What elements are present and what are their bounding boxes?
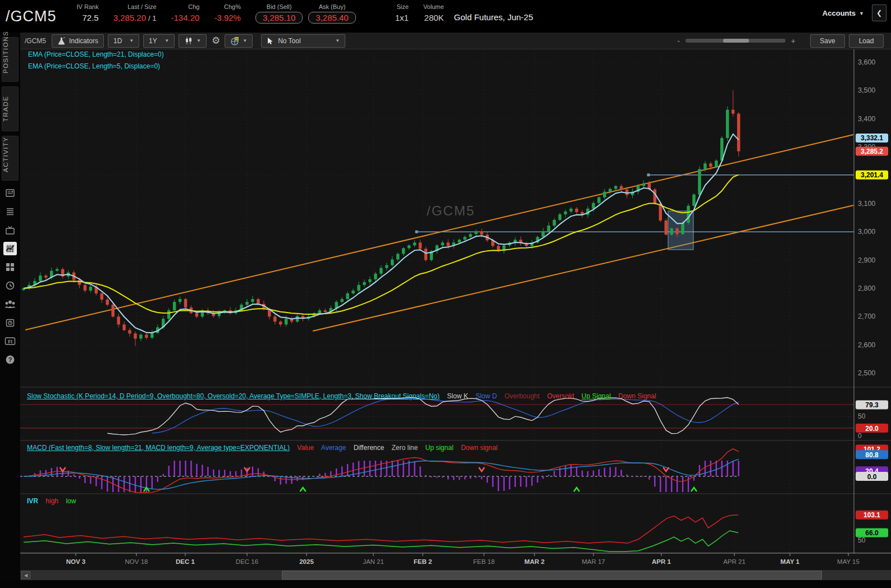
collapse-panel-button[interactable]: ❮ xyxy=(872,4,887,21)
chevron-down-icon: ▼ xyxy=(129,38,134,43)
history-clock-icon[interactable] xyxy=(3,279,17,292)
svg-text:APR 21: APR 21 xyxy=(723,558,746,565)
svg-text:MAY 15: MAY 15 xyxy=(837,558,860,565)
svg-text:3,000: 3,000 xyxy=(858,228,875,236)
svg-text:50: 50 xyxy=(858,412,866,420)
apps-grid-icon[interactable] xyxy=(3,260,17,274)
stat-volume: Volume 280K xyxy=(423,0,444,22)
svg-text:FEB 2: FEB 2 xyxy=(414,558,432,565)
timeframe-dropdown[interactable]: 1D▼ xyxy=(108,34,139,48)
chevron-down-icon: ▼ xyxy=(165,38,169,43)
svg-text:FI: FI xyxy=(8,339,12,344)
zoom-slider[interactable] xyxy=(686,39,785,43)
svg-text:2025: 2025 xyxy=(299,558,314,565)
horizontal-scrollbar[interactable]: ◀ xyxy=(20,570,891,580)
header: /GCM5 IV Rank 72.5 Last / Size 3,285.20 … xyxy=(0,0,891,33)
svg-text:MAR 2: MAR 2 xyxy=(524,558,545,565)
svg-text:3,500: 3,500 xyxy=(858,86,875,94)
drawing-grid-icon xyxy=(230,36,239,45)
svg-text:80.8: 80.8 xyxy=(865,451,879,459)
svg-text:NOV 18: NOV 18 xyxy=(125,558,148,565)
price-chart[interactable]: /GCM53,6003,5003,4003,3003,2003,1003,000… xyxy=(20,49,891,570)
symbol-title: /GCM5 xyxy=(0,0,62,25)
svg-text:3,100: 3,100 xyxy=(858,200,875,208)
chart-icon[interactable] xyxy=(3,242,17,255)
watchlist-icon[interactable] xyxy=(3,205,17,218)
svg-text:JAN 21: JAN 21 xyxy=(363,558,384,565)
sidebar-tab-positions[interactable]: POSITIONS xyxy=(2,37,19,82)
save-button[interactable]: Save xyxy=(810,34,845,48)
bottom-strip xyxy=(0,580,891,588)
sidebar-tab-activity[interactable]: ACTIVITY xyxy=(2,136,19,181)
chart-toolbar: /GCM5 Indicators 1D▼ 1Y▼ ▼ ⚙ ▼ No Tool ▼ xyxy=(20,33,891,49)
stat-chg: Chg -134.20 xyxy=(171,0,200,22)
range-dropdown[interactable]: 1Y▼ xyxy=(143,34,175,48)
chevron-down-icon: ▼ xyxy=(243,38,247,43)
candlestick-icon xyxy=(184,36,193,45)
zoom-slider-handle[interactable] xyxy=(723,39,749,43)
svg-text:DEC 1: DEC 1 xyxy=(176,558,195,565)
svg-text:2,500: 2,500 xyxy=(858,369,875,377)
bid-button[interactable]: 3,285.10 xyxy=(255,12,303,24)
svg-text:3,600: 3,600 xyxy=(858,58,875,66)
svg-text:NOV 3: NOV 3 xyxy=(66,558,86,565)
zoom-in-button[interactable]: + xyxy=(791,36,796,45)
svg-text:2,600: 2,600 xyxy=(858,341,875,349)
help-icon[interactable]: ? xyxy=(3,353,17,366)
svg-text:79.3: 79.3 xyxy=(865,401,879,409)
svg-text:0.0: 0.0 xyxy=(867,473,877,481)
drawing-tools-dropdown[interactable]: ▼ xyxy=(225,34,253,48)
svg-text:?: ? xyxy=(8,356,12,363)
news-icon[interactable] xyxy=(3,186,17,200)
svg-text:66.0: 66.0 xyxy=(865,529,879,537)
stat-ask: Ask (Buy) 3,285.40 xyxy=(308,0,355,24)
left-sidebar: POSITIONS TRADE ACTIVITY xyxy=(0,33,20,588)
stat-bid: Bid (Sell) 3,285.10 xyxy=(255,0,303,24)
chevron-down-icon: ▼ xyxy=(197,38,201,43)
scroll-left-button[interactable]: ◀ xyxy=(21,571,30,579)
toolbar-symbol: /GCM5 xyxy=(25,37,46,45)
cursor-icon xyxy=(267,37,273,45)
sidebar-tab-trade[interactable]: TRADE xyxy=(2,86,19,131)
trading-app: /GCM5 IV Rank 72.5 Last / Size 3,285.20 … xyxy=(0,0,891,588)
svg-text:3,285.2: 3,285.2 xyxy=(861,148,883,155)
svg-text:3,400: 3,400 xyxy=(858,115,875,123)
svg-text:3,332.1: 3,332.1 xyxy=(861,134,883,142)
svg-text:FEB 18: FEB 18 xyxy=(473,558,495,565)
svg-text:103.1: 103.1 xyxy=(863,511,880,519)
svg-text:0: 0 xyxy=(858,432,862,440)
svg-text:50: 50 xyxy=(858,536,866,544)
indicators-button[interactable]: Indicators xyxy=(52,34,104,48)
stat-chg-pct: Chg% -3.92% xyxy=(214,0,241,22)
chevron-down-icon: ▼ xyxy=(335,38,340,43)
svg-text:2,900: 2,900 xyxy=(858,256,875,264)
svg-text:2,800: 2,800 xyxy=(858,284,875,292)
zoom-out-button[interactable]: - xyxy=(677,36,680,45)
svg-text:MAR 17: MAR 17 xyxy=(582,558,605,565)
last-size-suffix: / 1 xyxy=(148,14,156,22)
svg-text:2,700: 2,700 xyxy=(858,313,875,320)
tv-icon[interactable] xyxy=(3,223,17,237)
stat-iv-rank: IV Rank 72.5 xyxy=(77,0,99,22)
svg-text:20.0: 20.0 xyxy=(865,425,879,433)
chart-type-dropdown[interactable]: ▼ xyxy=(179,34,207,48)
accounts-menu[interactable]: Accounts ▼ xyxy=(823,9,864,17)
stat-size: Size 1x1 xyxy=(395,0,409,22)
ask-button[interactable]: 3,285.40 xyxy=(308,12,355,24)
calendar-icon[interactable] xyxy=(3,316,17,329)
contract-description: Gold Futures, Jun-25 xyxy=(454,0,533,22)
beaker-icon xyxy=(57,36,66,45)
svg-text:3,201.4: 3,201.4 xyxy=(861,171,883,179)
stat-last-size: Last / Size 3,285.20 / 1 xyxy=(113,0,157,22)
load-button[interactable]: Load xyxy=(849,34,884,48)
community-icon[interactable] xyxy=(3,297,17,311)
svg-text:/GCM5: /GCM5 xyxy=(427,203,475,218)
svg-text:DEC 16: DEC 16 xyxy=(236,558,258,565)
fi-icon[interactable]: FI xyxy=(3,334,17,348)
gear-icon[interactable]: ⚙ xyxy=(212,35,220,47)
active-tool-dropdown[interactable]: No Tool ▼ xyxy=(261,34,345,48)
scrollbar-handle[interactable] xyxy=(282,571,822,580)
chevron-down-icon: ▼ xyxy=(859,11,864,16)
svg-text:MAY 1: MAY 1 xyxy=(780,558,799,565)
svg-text:APR 1: APR 1 xyxy=(652,558,671,565)
